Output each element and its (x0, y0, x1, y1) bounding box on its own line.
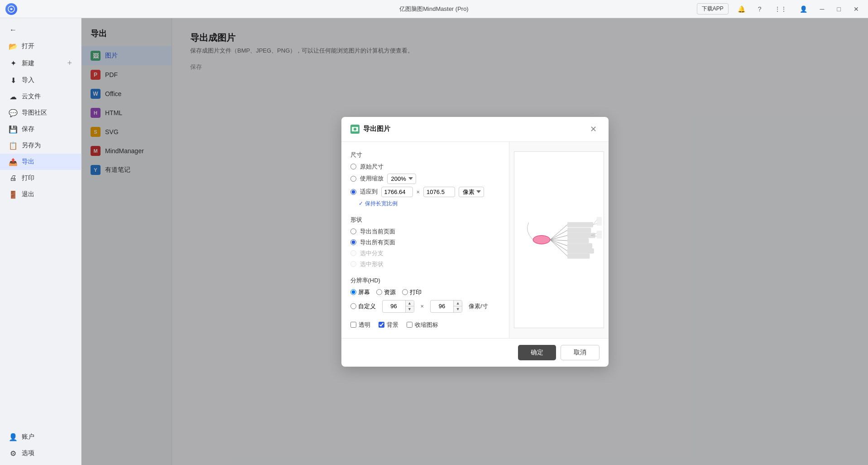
sidebar-item-open[interactable]: 📂 打开 (0, 38, 81, 54)
community-icon: 💬 (9, 109, 17, 117)
dpi-x-up-button[interactable]: ▲ (406, 300, 414, 306)
maximize-button[interactable]: □ (834, 4, 844, 15)
original-size-label: 原始尺寸 (360, 163, 384, 171)
user-button[interactable]: 👤 (796, 4, 811, 15)
modal-body: 尺寸 原始尺寸 使用缩放 (341, 142, 609, 338)
modal-title: 导出图片 (363, 125, 390, 133)
resource-option: 资源 (376, 288, 396, 296)
fit-row: 适应到 × 像素 英寸 厘米 (350, 187, 500, 197)
modal-header-left: 导出图片 (350, 125, 390, 134)
modal-left: 尺寸 原始尺寸 使用缩放 (341, 142, 509, 338)
background-checkbox[interactable] (379, 322, 384, 328)
svg-point-3 (354, 128, 356, 131)
help-button[interactable]: ? (754, 4, 765, 15)
dpi-y-down-button[interactable]: ▼ (454, 306, 462, 312)
unit-select[interactable]: 像素 英寸 厘米 (459, 187, 484, 197)
sidebar-item-print[interactable]: 🖨 打印 (0, 170, 81, 186)
resource-radio[interactable] (376, 289, 382, 295)
current-page-row: 导出当前页面 (350, 228, 500, 236)
modal-header: 导出图片 ✕ (341, 117, 609, 142)
title-bar: 亿图脑图MindMaster (Pro) 下载APP 🔔 ? ⋮⋮ 👤 ─ □ … (0, 0, 868, 18)
select-shape-radio[interactable] (350, 261, 356, 267)
sidebar-item-import[interactable]: ⬇ 导入 (0, 72, 81, 88)
import-icon: ⬇ (9, 76, 17, 84)
background-checkbox-wrap: 背景 (379, 321, 398, 329)
keep-ratio-row: ✓ 保持长宽比例 (359, 200, 500, 208)
notification-button[interactable]: 🔔 (734, 4, 749, 15)
select-branch-radio[interactable] (350, 250, 356, 256)
logout-icon: 🚪 (9, 190, 17, 199)
sidebar-bottom: 👤 账户 ⚙ 选项 (0, 429, 81, 461)
resource-label: 资源 (384, 288, 396, 296)
scale-radio[interactable] (350, 176, 356, 182)
mindmap-preview-svg (516, 199, 602, 281)
dpi-x-down-button[interactable]: ▼ (406, 306, 414, 312)
svg-line-17 (550, 240, 567, 256)
saveas-icon: 📋 (9, 141, 17, 150)
print-icon: 🖨 (9, 174, 17, 182)
all-pages-row: 导出所有页面 (350, 238, 500, 247)
resolution-section: 分辨率(HD) 屏幕 资源 (350, 276, 500, 313)
dpi-y-spinner-btns: ▲ ▼ (453, 300, 462, 312)
app-title: 亿图脑图MindMaster (Pro) (399, 5, 468, 13)
confirm-button[interactable]: 确定 (518, 345, 556, 360)
transparent-checkbox[interactable] (350, 322, 356, 328)
original-size-radio[interactable] (350, 164, 356, 170)
dpi-unit-label: 像素/寸 (469, 302, 488, 310)
sidebar-item-logout[interactable]: 🚪 退出 (0, 186, 81, 203)
custom-radio[interactable] (350, 303, 356, 309)
sidebar-item-save[interactable]: 💾 保存 (0, 121, 81, 137)
screen-radio[interactable] (350, 289, 356, 295)
fit-radio[interactable] (350, 189, 356, 195)
sidebar-item-cloud[interactable]: ☁ 云文件 (0, 88, 81, 105)
sidebar-item-saveas[interactable]: 📋 另存为 (0, 137, 81, 154)
export-image-modal: 导出图片 ✕ 尺寸 原始尺 (341, 117, 609, 367)
scale-row: 使用缩放 200% (350, 174, 500, 184)
sidebar-label-open: 打开 (22, 42, 34, 50)
save-icon: 💾 (9, 125, 17, 133)
dpi-y-input[interactable] (431, 301, 453, 311)
collapse-icon-checkbox[interactable] (407, 322, 412, 328)
sidebar-item-back[interactable]: ← (0, 22, 81, 38)
sidebar-label-import: 导入 (22, 76, 34, 84)
width-input[interactable] (381, 187, 413, 197)
content-area: 导出 🖼 图片 P PDF W Office H HTML (82, 18, 868, 465)
close-button[interactable]: ✕ (850, 4, 863, 15)
sidebar-item-community[interactable]: 💬 导图社区 (0, 105, 81, 121)
select-branch-row: 选中分支 (350, 249, 500, 257)
keep-ratio-label: 保持长宽比例 (365, 200, 398, 208)
sidebar-item-settings[interactable]: ⚙ 选项 (0, 445, 81, 461)
cancel-button[interactable]: 取消 (561, 345, 599, 360)
dpi-times: × (421, 303, 424, 310)
all-pages-radio[interactable] (350, 239, 356, 245)
download-app-button[interactable]: 下载APP (697, 3, 729, 15)
size-label: 尺寸 (350, 151, 500, 159)
sidebar-label-community: 导图社区 (22, 109, 47, 117)
resolution-label: 分辨率(HD) (350, 276, 500, 285)
sidebar-label-new: 新建 (22, 59, 34, 68)
dpi-y-up-button[interactable]: ▲ (454, 300, 462, 306)
svg-rect-26 (597, 234, 602, 239)
apps-button[interactable]: ⋮⋮ (771, 4, 791, 15)
scale-select[interactable]: 200% (387, 174, 416, 184)
times-icon: × (417, 189, 420, 195)
sidebar-item-export[interactable]: 📤 导出 (0, 154, 81, 170)
scale-select-wrap: 200% (387, 174, 416, 184)
dpi-x-spinner: ▲ ▼ (382, 300, 414, 313)
resolution-row: 屏幕 资源 打印 (350, 288, 500, 296)
checkbox-row: 透明 背景 收缩图标 (350, 321, 500, 329)
svg-line-15 (550, 240, 567, 251)
current-page-radio[interactable] (350, 228, 356, 234)
sidebar-item-account[interactable]: 👤 账户 (0, 429, 81, 445)
current-page-label: 导出当前页面 (360, 228, 395, 236)
title-bar-left (5, 3, 17, 15)
new-icon: ✦ (9, 59, 17, 68)
height-input[interactable] (423, 187, 455, 197)
modal-close-button[interactable]: ✕ (587, 123, 599, 135)
checkmark-icon: ✓ (359, 200, 363, 207)
dpi-x-input[interactable] (383, 301, 405, 311)
print-radio[interactable] (402, 289, 408, 295)
minimize-button[interactable]: ─ (816, 4, 828, 15)
sidebar-item-new[interactable]: ✦ 新建 + (0, 54, 81, 72)
collapse-icon-checkbox-wrap: 收缩图标 (407, 321, 438, 329)
